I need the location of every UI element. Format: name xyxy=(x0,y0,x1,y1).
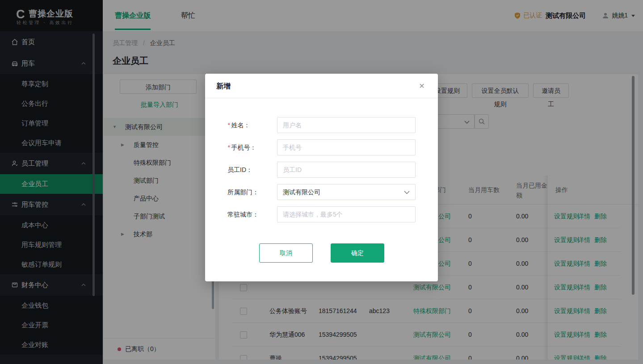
app-root: 曹操企业版 帮忙 已认证 测试有限公司 姚姚1 C 曹操企业版 轻松管理 · 高… xyxy=(0,0,643,364)
field-department: 所属部门： 测试有限公司 xyxy=(205,184,438,200)
field-employee-id: 员工ID： xyxy=(205,162,438,178)
close-icon[interactable]: ✕ xyxy=(413,74,431,98)
chevron-down-icon xyxy=(404,191,410,194)
required-star: * xyxy=(227,144,230,151)
field-label: 常驻城市： xyxy=(227,206,274,222)
field-phone: *手机号： xyxy=(205,139,438,155)
required-star: * xyxy=(227,121,230,129)
name-input[interactable] xyxy=(277,117,416,133)
employee-id-input[interactable] xyxy=(277,162,416,178)
city-input[interactable] xyxy=(277,206,416,222)
add-employee-modal: 新增 ✕ *姓名： *手机号： 员工ID： 所属部门： 测试有限公司 常驻城市：… xyxy=(205,74,438,281)
modal-title: 新增 xyxy=(216,74,231,98)
field-label: *姓名： xyxy=(227,117,274,133)
field-label-text: 手机号： xyxy=(231,144,256,151)
field-label: 所属部门： xyxy=(227,184,274,200)
field-city: 常驻城市： xyxy=(205,206,438,222)
cancel-button[interactable]: 取消 xyxy=(259,243,313,263)
modal-header: 新增 ✕ xyxy=(205,74,438,98)
field-name: *姓名： xyxy=(205,117,438,133)
department-select-value: 测试有限公司 xyxy=(283,184,320,200)
field-label: *手机号： xyxy=(227,139,274,155)
field-label: 员工ID： xyxy=(227,162,274,178)
phone-input[interactable] xyxy=(277,139,416,155)
confirm-button[interactable]: 确定 xyxy=(331,243,384,263)
field-label-text: 姓名： xyxy=(231,121,250,129)
department-select[interactable]: 测试有限公司 xyxy=(277,184,416,200)
